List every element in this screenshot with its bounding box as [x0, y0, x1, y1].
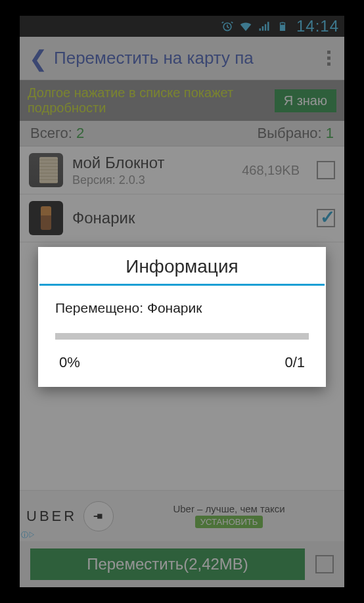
dialog-message: Перемещено: Фонарик — [55, 300, 309, 316]
progress-bar — [55, 333, 309, 340]
progress-dialog: Информация Перемещено: Фонарик 0% 0/1 — [38, 247, 326, 387]
progress-count: 0/1 — [284, 354, 305, 371]
dialog-title: Информация — [38, 247, 326, 284]
progress-percent: 0% — [59, 354, 80, 371]
